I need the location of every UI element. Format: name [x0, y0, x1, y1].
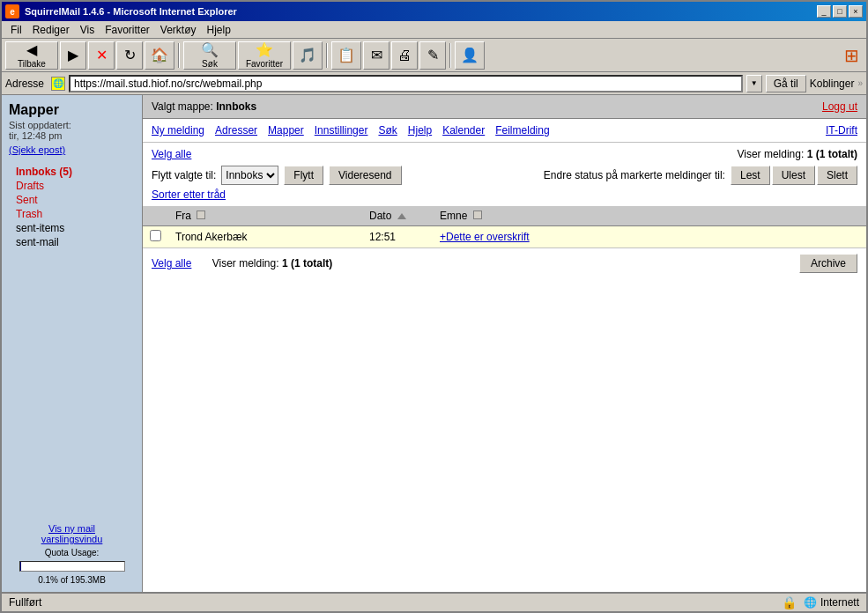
select-all-link-top[interactable]: Velg alle	[152, 148, 191, 160]
menu-vis[interactable]: Vis	[75, 22, 100, 38]
refresh-button[interactable]: ↻	[116, 41, 143, 70]
menu-fil[interactable]: Fil	[5, 22, 27, 38]
col-subject[interactable]: Emne	[433, 206, 866, 226]
nav-ny-melding[interactable]: Ny melding	[152, 124, 204, 137]
home-button[interactable]: 🏠	[145, 41, 174, 70]
forward-button[interactable]: ▶	[60, 41, 86, 70]
sidebar-updated: Sist oppdatert: tir, 12:48 pm	[9, 120, 135, 141]
toolbar: ◀ Tilbake ▶ ✕ ↻ 🏠 🔍 Søk ⭐ Favoritter 🎵 📋	[2, 39, 866, 72]
nav-links: Ny melding Adresser Mapper Innstillinger…	[143, 119, 866, 143]
separator-2	[326, 43, 328, 68]
expand-icon[interactable]: »	[857, 78, 863, 88]
favorites-button[interactable]: ⭐ Favoritter	[238, 41, 291, 70]
table-header: Fra Dato Emne	[143, 206, 866, 226]
search-button[interactable]: 🔍 Søk	[183, 41, 236, 70]
nav-it-drift[interactable]: IT-Drift	[826, 124, 857, 137]
minimize-button[interactable]: _	[817, 5, 831, 18]
col-date[interactable]: Dato	[362, 206, 433, 226]
refresh-icon: ↻	[124, 47, 136, 63]
folder-sent[interactable]: Sent	[9, 194, 135, 206]
subject-sort-icon[interactable]	[473, 210, 482, 219]
folder-drafts[interactable]: Drafts	[9, 180, 135, 192]
main-area: Mapper Sist oppdatert: tir, 12:48 pm (Sj…	[2, 95, 866, 592]
address-bar: Adresse 🌐 ▼ Gå til Koblinger »	[2, 72, 866, 95]
move-label: Flytt valgte til:	[152, 169, 216, 181]
logout-link[interactable]: Logg ut	[822, 100, 857, 113]
address-input[interactable]	[69, 75, 743, 92]
nav-hjelp[interactable]: Hjelp	[408, 124, 432, 137]
close-button[interactable]: ×	[849, 5, 863, 18]
edit-button[interactable]: ✎	[419, 41, 446, 70]
menu-rediger[interactable]: Rediger	[27, 22, 75, 38]
menu-verktoy[interactable]: Verktøy	[155, 22, 202, 38]
content-header: Valgt mappe: Innboks Logg ut	[143, 95, 866, 119]
move-button[interactable]: Flytt	[284, 166, 323, 185]
mail-button[interactable]: ✉	[363, 41, 389, 70]
table-body: Trond Akerbæk 12:51 +Dette er overskrift	[143, 226, 866, 248]
quota-bar-container	[19, 561, 125, 572]
status-controls: Endre status på markerte meldinger til: …	[544, 166, 857, 185]
folder-list: Innboks (5) Drafts Sent Trash sent-items…	[9, 166, 135, 248]
col-from[interactable]: Fra	[168, 206, 362, 226]
ulest-button[interactable]: Ulest	[772, 166, 815, 185]
msg-count-row: Velg alle Viser melding: 1 (1 totalt)	[152, 148, 857, 160]
quota-bar	[20, 562, 21, 571]
status-text: Fullført	[9, 596, 775, 609]
separator-3	[449, 43, 451, 68]
media-button[interactable]: 🎵	[293, 41, 323, 70]
menu-favoritter[interactable]: Favoritter	[100, 22, 155, 38]
mail-icon: ✉	[371, 47, 382, 63]
check-email-link[interactable]: (Sjekk epost)	[9, 144, 135, 155]
folder-sent-mail[interactable]: sent-mail	[9, 236, 135, 248]
nav-feilmelding[interactable]: Feilmelding	[495, 124, 549, 137]
row-checkbox[interactable]	[150, 230, 161, 241]
messenger-button[interactable]: 👤	[455, 41, 485, 70]
new-mail-notify-link[interactable]: Vis ny mail varslingsvindu	[41, 523, 103, 544]
messenger-icon: 👤	[461, 47, 479, 63]
stop-icon: ✕	[96, 47, 108, 63]
folder-sent-items[interactable]: sent-items	[9, 222, 135, 234]
date-sort-icon[interactable]	[397, 213, 406, 219]
move-select[interactable]: Innboks	[221, 166, 278, 185]
maximize-button[interactable]: □	[833, 5, 847, 18]
search-icon: 🔍	[201, 41, 219, 58]
nav-innstillinger[interactable]: Innstillinger	[315, 124, 368, 137]
message-link[interactable]: +Dette er overskrift	[440, 231, 530, 243]
msg-count-bottom: Viser melding: 1 (1 totalt)	[212, 257, 333, 270]
folder-title: Valgt mappe: Innboks	[152, 100, 256, 113]
windows-logo: ⊞	[844, 45, 859, 66]
print-button[interactable]: 🖨	[391, 41, 418, 70]
home-icon: 🏠	[151, 47, 168, 63]
history-button[interactable]: 📋	[331, 41, 361, 70]
folder-trash[interactable]: Trash	[9, 208, 135, 220]
nav-mapper[interactable]: Mapper	[268, 124, 304, 137]
slett-button[interactable]: Slett	[817, 166, 857, 185]
lest-button[interactable]: Lest	[731, 166, 770, 185]
stop-button[interactable]: ✕	[88, 41, 115, 70]
select-all-link-bottom[interactable]: Velg alle	[152, 257, 191, 270]
status-bar: Fullført 🔒 🌐 Internett	[2, 592, 866, 611]
archive-button[interactable]: Archive	[799, 254, 857, 273]
from-sort-icon[interactable]	[197, 210, 205, 219]
nav-kalender[interactable]: Kalender	[442, 124, 485, 137]
menu-hjelp[interactable]: Hjelp	[202, 22, 236, 38]
browser-window: e SquirrelMail 1.4.6 - Microsoft Interne…	[0, 0, 868, 613]
msg-count-top: Viser melding: 1 (1 totalt)	[737, 148, 857, 160]
message-controls: Velg alle Viser melding: 1 (1 totalt) Fl…	[143, 143, 866, 206]
nav-sok[interactable]: Søk	[378, 124, 397, 137]
move-row: Flytt valgte til: Innboks Flytt Viderese…	[152, 166, 857, 185]
sidebar-bottom: Vis ny mail varslingsvindu Quota Usage: …	[9, 523, 135, 585]
address-label: Adresse	[5, 78, 44, 90]
back-button[interactable]: ◀ Tilbake	[5, 41, 58, 70]
sidebar: Mapper Sist oppdatert: tir, 12:48 pm (Sj…	[2, 95, 143, 592]
forward-button[interactable]: Videresend	[329, 166, 402, 185]
nav-adresser[interactable]: Adresser	[215, 124, 257, 137]
bottom-left: Velg alle Viser melding: 1 (1 totalt)	[152, 257, 332, 270]
internet-zone: 🌐 Internett	[804, 596, 859, 609]
move-left: Flytt valgte til: Innboks Flytt Viderese…	[152, 166, 402, 185]
sort-thread-link[interactable]: Sorter etter tråd	[152, 188, 226, 201]
address-dropdown[interactable]: ▼	[746, 75, 762, 92]
print-icon: 🖨	[397, 48, 412, 63]
folder-innboks[interactable]: Innboks (5)	[9, 166, 135, 178]
goto-button[interactable]: Gå til	[766, 75, 806, 92]
